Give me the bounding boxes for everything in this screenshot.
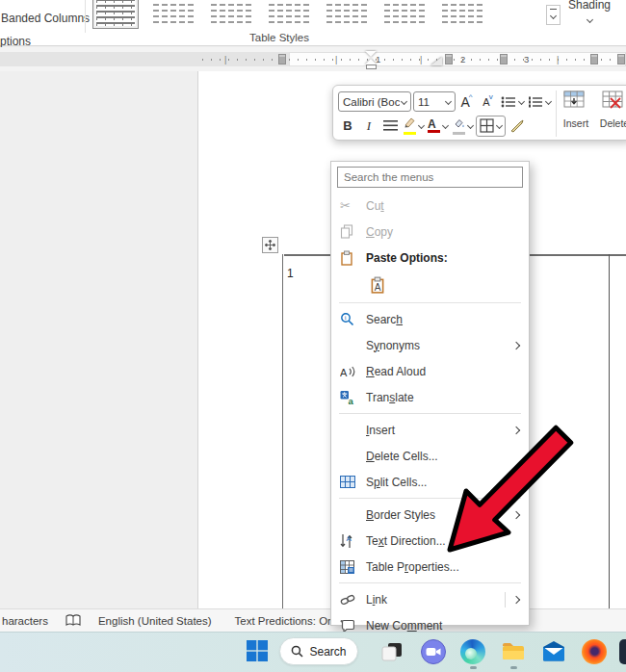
table-style-thumbnail[interactable] bbox=[92, 0, 139, 29]
chevron-down-icon bbox=[445, 98, 452, 105]
menu-item-insert[interactable]: Insert bbox=[331, 417, 529, 443]
chat-icon[interactable] bbox=[421, 639, 446, 664]
read-aloud-icon: A bbox=[340, 365, 366, 378]
table-cell-1[interactable]: 1 bbox=[287, 267, 294, 280]
scissors-icon: ✂ bbox=[340, 198, 366, 213]
svg-text:A: A bbox=[340, 367, 348, 378]
first-line-indent-marker[interactable] bbox=[365, 51, 377, 57]
menu-search-input[interactable] bbox=[344, 171, 516, 183]
font-name-combo[interactable]: Calibri (Boc bbox=[338, 91, 411, 112]
menu-item-copy[interactable]: Copy bbox=[331, 219, 529, 245]
shading-button[interactable]: Shading bbox=[568, 0, 611, 25]
menu-item-delete-cells[interactable]: Delete Cells... bbox=[331, 443, 529, 469]
menu-item-text-direction[interactable]: A Text Direction... bbox=[331, 528, 529, 554]
svg-text:a: a bbox=[348, 396, 353, 405]
menu-item-read-aloud[interactable]: A Read Aloud bbox=[331, 358, 529, 384]
delete-table-button[interactable]: Delete bbox=[597, 90, 626, 140]
table-style-options-label: ptions bbox=[0, 35, 31, 48]
menu-item-translate[interactable]: a Translate bbox=[331, 384, 529, 410]
column-marker[interactable] bbox=[278, 54, 286, 65]
menu-divider bbox=[339, 582, 521, 583]
table-style-thumbnail[interactable] bbox=[208, 0, 254, 29]
keep-text-only-icon: A bbox=[370, 276, 385, 294]
translate-icon: a bbox=[340, 390, 366, 404]
table-properties-icon bbox=[340, 560, 366, 574]
table-style-thumbnail[interactable] bbox=[324, 0, 370, 29]
horizontal-ruler[interactable]: | | | | 1 2 3 bbox=[0, 47, 626, 71]
keep-text-only-button[interactable]: A bbox=[366, 273, 389, 297]
link-icon bbox=[340, 593, 366, 607]
font-color-button[interactable]: A bbox=[427, 116, 449, 137]
borders-button[interactable] bbox=[476, 116, 506, 137]
mail-icon[interactable] bbox=[541, 639, 566, 664]
banded-columns-label[interactable]: Banded Columns bbox=[1, 12, 90, 25]
edge-browser-icon[interactable] bbox=[460, 639, 485, 664]
ruler-number-2: 2 bbox=[460, 54, 465, 65]
shrink-font-button[interactable]: Av bbox=[479, 91, 498, 113]
numbering-button[interactable] bbox=[527, 91, 552, 113]
line-spacing-button[interactable] bbox=[380, 116, 400, 137]
highlight-button[interactable] bbox=[402, 116, 425, 137]
column-marker[interactable] bbox=[590, 54, 598, 65]
chevron-down-icon bbox=[467, 122, 474, 129]
taskbar-search[interactable]: Search bbox=[279, 637, 358, 665]
menu-item-synonyms[interactable]: Synonyms bbox=[331, 332, 529, 358]
text-predictions-status[interactable]: Text Predictions: On bbox=[223, 615, 346, 627]
left-indent-marker[interactable] bbox=[366, 65, 377, 69]
format-painter-icon bbox=[509, 119, 525, 133]
menu-item-border-styles[interactable]: Border Styles bbox=[331, 502, 529, 528]
submenu-arrow-icon bbox=[512, 426, 520, 433]
search-icon bbox=[291, 645, 303, 658]
edge-running-indicator bbox=[470, 666, 477, 669]
menu-item-search[interactable]: i Search bbox=[331, 306, 529, 332]
menu-item-split-cells[interactable]: Split Cells... bbox=[331, 469, 529, 495]
table-style-thumbnail[interactable] bbox=[150, 0, 196, 29]
shading-bucket-button[interactable] bbox=[451, 116, 474, 137]
split-separator bbox=[505, 592, 506, 607]
start-button[interactable] bbox=[246, 639, 271, 664]
task-view-icon[interactable] bbox=[379, 639, 404, 664]
language-status[interactable]: English (United States) bbox=[87, 615, 223, 627]
format-painter-button[interactable] bbox=[508, 116, 527, 137]
table-style-thumbnail[interactable] bbox=[266, 0, 312, 29]
column-marker[interactable] bbox=[445, 54, 453, 65]
app-partial-icon[interactable] bbox=[619, 639, 626, 664]
bold-button[interactable]: B bbox=[338, 116, 357, 137]
proofing-book-icon[interactable] bbox=[60, 614, 87, 627]
word-count[interactable]: haracters bbox=[0, 615, 60, 627]
menu-search-box[interactable] bbox=[337, 167, 523, 188]
gallery-more-button[interactable] bbox=[546, 5, 561, 25]
table-style-thumbnail[interactable] bbox=[439, 0, 485, 29]
split-cells-icon bbox=[340, 476, 366, 488]
italic-button[interactable]: I bbox=[359, 116, 378, 137]
menu-divider bbox=[339, 302, 521, 303]
shading-color-bar bbox=[453, 132, 465, 135]
table-style-thumbnail[interactable] bbox=[381, 0, 428, 29]
font-size-combo[interactable]: 11 bbox=[413, 91, 456, 112]
delete-table-icon bbox=[602, 90, 626, 112]
file-explorer-icon[interactable] bbox=[501, 639, 526, 664]
menu-item-link[interactable]: Link bbox=[331, 586, 529, 612]
highlight-color-bar bbox=[404, 132, 416, 135]
explorer-running-indicator bbox=[510, 666, 517, 669]
insert-table-button[interactable]: Insert bbox=[559, 90, 593, 140]
submenu-arrow-icon bbox=[512, 341, 520, 349]
svg-text:A: A bbox=[375, 282, 381, 293]
grow-font-button[interactable]: A^ bbox=[457, 91, 477, 113]
firefox-icon[interactable] bbox=[582, 639, 607, 664]
move-icon bbox=[265, 240, 275, 250]
ruler-number-3: 3 bbox=[524, 54, 529, 65]
word-app-window: Banded Columns ptions Table Styles Shadi… bbox=[0, 0, 626, 672]
text-direction-icon: A bbox=[340, 533, 366, 549]
insert-rows-icon bbox=[563, 90, 588, 112]
indent-triangle-marker[interactable] bbox=[430, 57, 442, 65]
chevron-down-icon bbox=[418, 122, 425, 129]
group-divider bbox=[85, 0, 86, 33]
menu-item-paste-options: Paste Options: bbox=[331, 245, 529, 271]
menu-item-cut[interactable]: ✂ Cut bbox=[331, 193, 529, 219]
column-marker[interactable] bbox=[500, 54, 508, 65]
column-marker[interactable] bbox=[617, 54, 625, 65]
menu-item-table-properties[interactable]: Table Properties... bbox=[331, 554, 529, 580]
bullets-button[interactable] bbox=[500, 91, 525, 113]
table-move-handle[interactable] bbox=[262, 237, 278, 253]
